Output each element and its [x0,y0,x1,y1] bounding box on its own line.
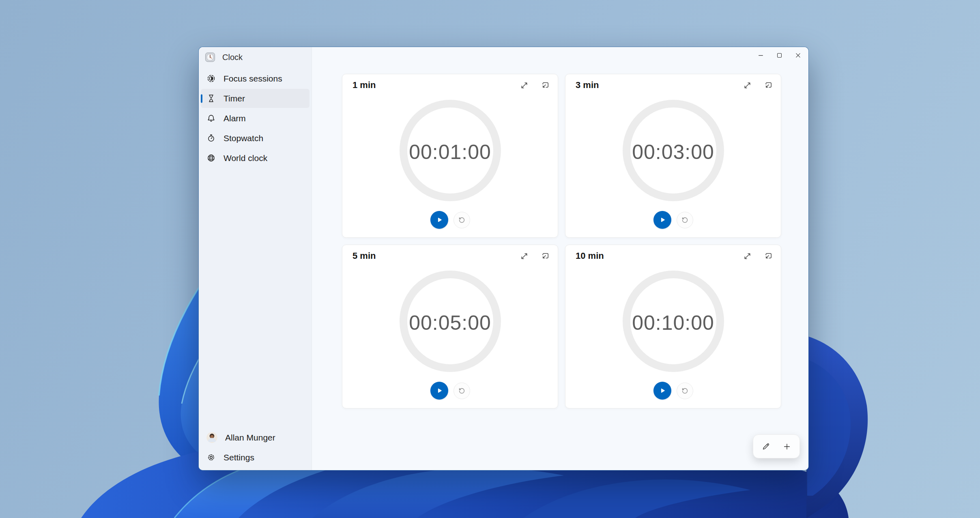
add-timer-button[interactable] [778,438,796,455]
clock-window: Clock Focus sessions [199,47,808,470]
popout-button[interactable] [539,79,551,91]
timer-time: 00:10:00 [565,311,781,335]
focus-sessions-icon [206,74,216,83]
popout-button[interactable] [762,79,774,91]
reset-button[interactable] [677,383,693,399]
timer-card-3min[interactable]: 3 min [565,74,781,238]
timer-card-5min[interactable]: 5 min [342,245,558,408]
desktop: Clock Focus sessions [0,0,980,518]
sidebar-item-label: Stopwatch [224,133,263,143]
avatar [206,432,217,443]
minimize-button[interactable] [751,47,770,63]
window-caption-buttons [751,47,807,63]
play-icon [658,216,666,224]
timer-card-title: 10 min [576,251,604,261]
timer-card-10min[interactable]: 10 min [565,245,781,408]
expand-icon [519,251,529,261]
expand-icon [519,80,529,90]
maximize-icon [776,52,783,59]
popout-button[interactable] [539,250,551,262]
timer-card-1min[interactable]: 1 min [342,74,558,238]
pencil-icon [761,442,770,451]
sidebar-item-label: World clock [224,153,267,163]
app-title: Clock [222,53,243,62]
popout-icon [540,80,550,90]
expand-button[interactable] [518,250,530,262]
sidebar-nav: Focus sessions Timer [199,66,312,168]
expand-icon [742,251,752,261]
edit-timers-button[interactable] [757,438,775,455]
hourglass-icon [206,94,216,103]
user-account-row[interactable]: Allan Munger [201,428,309,447]
play-button[interactable] [653,211,671,229]
sidebar-item-world-clock[interactable]: World clock [201,148,309,168]
sidebar-item-settings[interactable]: Settings [201,448,309,467]
expand-button[interactable] [518,79,530,91]
play-button[interactable] [653,382,671,400]
play-icon [435,216,443,224]
sidebar-item-focus-sessions[interactable]: Focus sessions [201,69,309,88]
minimize-icon [757,52,764,59]
settings-label: Settings [224,453,254,462]
selection-indicator [201,94,202,103]
close-button[interactable] [789,47,807,63]
reset-icon [458,387,466,395]
play-button[interactable] [430,211,448,229]
timer-time: 00:05:00 [342,311,558,335]
sidebar-item-label: Focus sessions [224,74,282,84]
timer-card-title: 1 min [352,80,376,90]
popout-icon [540,251,550,261]
timer-card-title: 3 min [576,80,599,90]
play-button[interactable] [430,382,448,400]
timer-time: 00:01:00 [342,140,558,164]
sidebar-item-timer[interactable]: Timer [201,89,309,108]
reset-icon [681,387,689,395]
maximize-button[interactable] [770,47,789,63]
expand-button[interactable] [741,79,753,91]
sidebar-item-alarm[interactable]: Alarm [201,109,309,128]
popout-icon [763,251,774,261]
timer-time: 00:03:00 [565,140,781,164]
play-icon [658,387,666,395]
popout-button[interactable] [762,250,774,262]
sidebar-item-stopwatch[interactable]: Stopwatch [201,129,309,148]
reset-icon [681,216,689,224]
expand-icon [742,80,752,90]
sidebar-item-label: Timer [224,94,245,103]
play-icon [435,387,443,395]
user-name: Allan Munger [225,433,275,443]
sidebar-footer: Allan Munger Settings [201,427,309,468]
bell-icon [206,114,216,123]
timers-toolbar [753,434,800,458]
sidebar-item-label: Alarm [224,114,246,123]
main-content: 1 min [312,47,808,470]
gear-icon [206,453,216,462]
timer-cards-grid: 1 min [342,74,781,408]
plus-icon [782,442,791,451]
timer-card-title: 5 min [352,251,376,261]
stopwatch-icon [206,133,216,143]
close-icon [795,52,802,59]
expand-button[interactable] [741,250,753,262]
globe-icon [206,153,216,163]
sidebar: Clock Focus sessions [199,47,312,470]
reset-icon [458,216,466,224]
titlebar-app-area: Clock [199,47,312,66]
reset-button[interactable] [677,212,693,228]
reset-button[interactable] [453,383,470,399]
popout-icon [763,80,774,90]
reset-button[interactable] [453,212,470,228]
clock-app-icon [205,52,215,62]
